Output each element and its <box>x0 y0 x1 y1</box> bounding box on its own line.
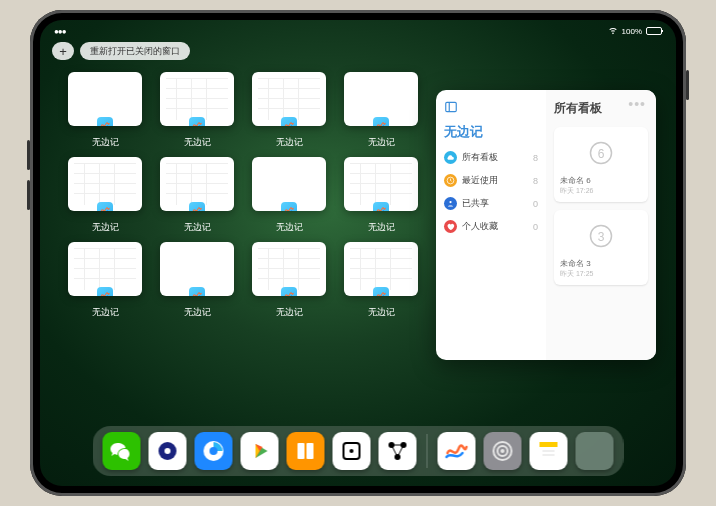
category-count: 8 <box>533 153 538 163</box>
window-thumbnail <box>344 72 418 126</box>
window-tile[interactable]: 无边记 <box>160 242 234 319</box>
add-window-button[interactable]: + <box>52 42 74 60</box>
category-label: 已共享 <box>462 197 489 210</box>
freeform-app-icon <box>189 202 205 211</box>
window-tile-label: 无边记 <box>276 306 303 319</box>
category-row[interactable]: 所有看板8 <box>444 151 538 164</box>
category-row[interactable]: 已共享0 <box>444 197 538 210</box>
heart-icon <box>444 220 457 233</box>
window-tile[interactable]: 无边记 <box>344 157 418 234</box>
books-app-icon[interactable] <box>287 432 325 470</box>
board-title: 未命名 3 <box>560 258 642 269</box>
window-thumbnail <box>68 242 142 296</box>
svg-rect-23 <box>540 447 558 460</box>
window-tile[interactable]: 无边记 <box>252 157 326 234</box>
window-tile[interactable]: 无边记 <box>68 242 142 319</box>
dice-app-icon[interactable] <box>333 432 371 470</box>
reopen-closed-window-button[interactable]: 重新打开已关闭的窗口 <box>80 42 190 60</box>
freeform-app-icon <box>281 287 297 296</box>
ipad-device-frame: ●●● 100% + 重新打开已关闭的窗口 无边记无边记无边记无边记无边记无边记… <box>30 10 686 496</box>
freeform-app-icon <box>189 117 205 126</box>
category-row[interactable]: 个人收藏0 <box>444 220 538 233</box>
volume-up-button[interactable] <box>27 140 30 170</box>
category-label: 所有看板 <box>462 151 498 164</box>
board-preview: 6 <box>558 131 644 175</box>
cloud-icon <box>444 151 457 164</box>
category-count: 0 <box>533 199 538 209</box>
wifi-icon <box>608 25 618 37</box>
window-tile-label: 无边记 <box>184 221 211 234</box>
quark-app-icon[interactable] <box>149 432 187 470</box>
plus-icon: + <box>59 45 67 58</box>
freeform-app-icon <box>97 117 113 126</box>
window-tile-label: 无边记 <box>368 136 395 149</box>
board-card[interactable]: 6未命名 6昨天 17:26 <box>554 127 648 202</box>
freeform-app-icon <box>373 287 389 296</box>
freeform-popover: ••• 无边记 所有看板8最近使用8已共享0个人收藏0 所有看板 6未命名 6昨… <box>436 90 656 360</box>
svg-point-11 <box>210 447 218 455</box>
svg-text:3: 3 <box>598 230 605 244</box>
svg-point-15 <box>350 449 354 453</box>
window-tile[interactable]: 无边记 <box>344 72 418 149</box>
window-tile[interactable]: 无边记 <box>160 157 234 234</box>
window-thumbnail <box>252 242 326 296</box>
wechat-app-icon[interactable] <box>103 432 141 470</box>
window-thumbnail <box>160 242 234 296</box>
popover-drag-handle-icon[interactable]: ••• <box>628 96 646 112</box>
sidebar-toggle-icon[interactable] <box>444 100 538 117</box>
multitask-dots-icon[interactable]: ●●● <box>54 27 66 36</box>
status-bar: ●●● 100% <box>40 23 676 39</box>
svg-rect-13 <box>307 443 314 459</box>
svg-text:6: 6 <box>598 147 605 161</box>
board-subtitle: 昨天 17:26 <box>560 186 642 196</box>
window-thumbnail <box>252 72 326 126</box>
dock <box>93 426 624 476</box>
video-app-icon[interactable] <box>241 432 279 470</box>
reopen-label: 重新打开已关闭的窗口 <box>90 45 180 58</box>
svg-point-21 <box>501 449 505 453</box>
svg-rect-0 <box>446 102 457 111</box>
window-tile[interactable]: 无边记 <box>252 242 326 319</box>
board-title: 未命名 6 <box>560 175 642 186</box>
window-tile-label: 无边记 <box>92 221 119 234</box>
power-button[interactable] <box>686 70 689 100</box>
window-tile-label: 无边记 <box>276 136 303 149</box>
svg-rect-12 <box>298 443 305 459</box>
freeform-app-icon <box>281 202 297 211</box>
graph-app-icon[interactable] <box>379 432 417 470</box>
window-tile-label: 无边记 <box>184 136 211 149</box>
window-thumbnail <box>68 157 142 211</box>
volume-down-button[interactable] <box>27 180 30 210</box>
freeform-app-icon <box>97 287 113 296</box>
window-tile[interactable]: 无边记 <box>344 242 418 319</box>
board-card[interactable]: 3未命名 3昨天 17:25 <box>554 210 648 285</box>
window-tile[interactable]: 无边记 <box>160 72 234 149</box>
category-count: 8 <box>533 176 538 186</box>
window-tile-label: 无边记 <box>276 221 303 234</box>
window-tile[interactable]: 无边记 <box>252 72 326 149</box>
freeform-app-icon[interactable] <box>438 432 476 470</box>
screen: ●●● 100% + 重新打开已关闭的窗口 无边记无边记无边记无边记无边记无边记… <box>40 20 676 486</box>
app-library-folder[interactable] <box>576 432 614 470</box>
window-switcher-grid: 无边记无边记无边记无边记无边记无边记无边记无边记无边记无边记无边记无边记 <box>68 72 408 319</box>
window-tile[interactable]: 无边记 <box>68 157 142 234</box>
window-thumbnail <box>344 242 418 296</box>
qqbrowser-app-icon[interactable] <box>195 432 233 470</box>
svg-point-9 <box>165 448 171 454</box>
window-thumbnail <box>344 157 418 211</box>
category-row[interactable]: 最近使用8 <box>444 174 538 187</box>
settings-app-icon[interactable] <box>484 432 522 470</box>
window-thumbnail <box>252 157 326 211</box>
category-label: 最近使用 <box>462 174 498 187</box>
window-tile-label: 无边记 <box>92 306 119 319</box>
status-right: 100% <box>608 25 662 37</box>
window-tile[interactable]: 无边记 <box>68 72 142 149</box>
freeform-app-icon <box>373 202 389 211</box>
popover-title: 无边记 <box>444 123 538 141</box>
popover-sidebar: 无边记 所有看板8最近使用8已共享0个人收藏0 <box>436 90 546 360</box>
notes-app-icon[interactable] <box>530 432 568 470</box>
freeform-app-icon <box>373 117 389 126</box>
board-subtitle: 昨天 17:25 <box>560 269 642 279</box>
category-label: 个人收藏 <box>462 220 498 233</box>
battery-icon <box>646 27 662 35</box>
